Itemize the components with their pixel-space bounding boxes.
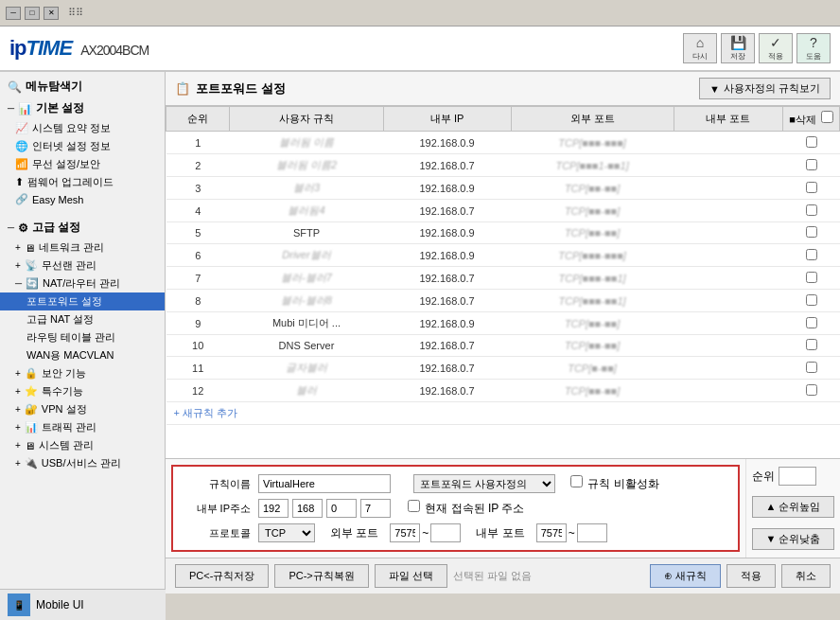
inner-port-from[interactable]	[536, 523, 567, 542]
sidebar-item-traffic[interactable]: + 📊 트래픽 관리	[0, 418, 165, 436]
col-delete: ■삭제	[783, 107, 840, 132]
delete-checkbox-9[interactable]	[806, 317, 817, 328]
minimize-icon[interactable]: ─	[6, 7, 21, 20]
form-row-2: 내부 IP주소	[184, 499, 726, 518]
cancel-button[interactable]: 취소	[781, 564, 831, 588]
sidebar-item-vpn[interactable]: + 🔐 VPN 설정	[0, 400, 165, 418]
delete-checkbox-2[interactable]	[806, 159, 817, 170]
sidebar-item-wireless[interactable]: 📶 무선 설정/보안	[0, 155, 165, 173]
col-ip: 내부 IP	[383, 107, 511, 132]
outer-port-to[interactable]	[430, 523, 461, 542]
delete-checkbox-5[interactable]	[806, 226, 817, 238]
help-button[interactable]: ? 도움	[796, 33, 831, 63]
sidebar-item-routing[interactable]: 라우팅 테이블 관리	[0, 328, 165, 346]
save-to-pc-button[interactable]: PC<-규칙저장	[175, 564, 269, 588]
delete-checkbox-10[interactable]	[806, 339, 817, 350]
apply-header-button[interactable]: ✓ 적용	[759, 33, 793, 63]
sidebar-item-nat-advanced[interactable]: 고급 NAT 설정	[0, 310, 165, 328]
cell-outer: TCP[■■-■■]	[511, 200, 674, 222]
delete-checkbox-3[interactable]	[806, 182, 817, 193]
order-up-button[interactable]: ▲ 순위높임	[752, 496, 834, 518]
new-rule-button[interactable]: ⊕ 새규칙	[650, 564, 721, 588]
sidebar-item-network-mgmt[interactable]: + 🖥 네트워크 관리	[0, 239, 165, 257]
section-advanced-header[interactable]: ─ ⚙ 고급 설정	[0, 217, 165, 239]
cell-num: 8	[166, 290, 230, 312]
port-type-select[interactable]: 포트포워드 사용자정의	[413, 474, 555, 493]
ip-octet-3[interactable]	[326, 499, 357, 518]
delete-checkbox-6[interactable]	[806, 249, 817, 260]
section-basic-header[interactable]: ─ 📊 기본 설정	[0, 97, 165, 119]
delete-checkbox-11[interactable]	[806, 362, 817, 373]
cell-outer: TCP[■■-■■]	[511, 335, 674, 357]
cell-outer: TCP[■■-■■]	[511, 380, 674, 402]
close-icon[interactable]: ✕	[44, 7, 59, 20]
delete-checkbox-12[interactable]	[806, 384, 817, 396]
cell-ip: 192.168.0.7	[383, 154, 511, 177]
table-header-row: 순위 사용자 규칙 내부 IP 외부 포트 내부 포트 ■삭제	[166, 107, 840, 132]
cell-num: 6	[166, 244, 230, 267]
rule-form: 규칙이름 포트포워드 사용자정의 규칙 비활성화	[171, 465, 740, 552]
sidebar-item-internet[interactable]: 🌐 인터넷 설정 정보	[0, 137, 165, 155]
sidebar-item-portforward[interactable]: 포트포워드 설정	[0, 292, 165, 310]
add-rule-row[interactable]: + 새규칙 추가	[166, 402, 840, 425]
ip-input-group	[258, 499, 391, 518]
sidebar-item-firmware-label: 펌웨어 업그레이드	[27, 175, 114, 189]
ip-octet-1[interactable]	[258, 499, 289, 518]
cell-inner	[674, 222, 783, 244]
rule-name-input[interactable]	[258, 474, 391, 493]
filter-dropdown-icon: ▼	[709, 83, 720, 95]
sidebar-item-system-info[interactable]: 📈 시스템 요약 정보	[0, 119, 165, 137]
file-select-button[interactable]: 파일 선택	[375, 564, 447, 588]
protocol-select[interactable]: TCP	[258, 523, 315, 542]
delete-checkbox-1[interactable]	[806, 136, 817, 148]
sidebar-item-nat-router[interactable]: ─ 🔄 NAT/라우터 관리	[0, 275, 165, 292]
main-layout: 🔍 메뉴탐색기 ─ 📊 기본 설정 📈 시스템 요약 정보 🌐 인터넷 설정 정…	[0, 72, 840, 593]
sidebar-item-firmware[interactable]: ⬆ 펌웨어 업그레이드	[0, 173, 165, 191]
logo-time: TIME	[26, 36, 73, 60]
home-button[interactable]: ⌂ 다시	[683, 33, 717, 63]
cell-num: 11	[166, 357, 230, 380]
sidebar-item-nat-advanced-label: 고급 NAT 설정	[26, 312, 94, 327]
sidebar-item-security[interactable]: + 🔒 보안 기능	[0, 364, 165, 382]
wlan-icon: 📡	[25, 259, 38, 272]
order-down-button[interactable]: ▼ 순위낮춤	[752, 528, 834, 550]
section-advanced-label: 고급 설정	[32, 220, 80, 236]
delete-all-checkbox[interactable]	[821, 111, 833, 123]
sidebar-item-system-mgmt[interactable]: + 🖥 시스템 관리	[0, 436, 165, 454]
order-row: 순위	[752, 467, 834, 486]
inner-port-group: ~	[536, 523, 607, 542]
table-row: 5 SFTP 192.168.0.9 TCP[■■-■■]	[166, 222, 840, 244]
delete-checkbox-7[interactable]	[806, 272, 817, 283]
cell-del	[783, 380, 840, 402]
disable-rule-checkbox[interactable]	[570, 475, 583, 487]
table-row: 6 Driver블러 192.168.0.9 TCP[■■■-■■■]	[166, 244, 840, 267]
add-rule-cell[interactable]: + 새규칙 추가	[166, 402, 840, 425]
sidebar-item-special[interactable]: + ⭐ 특수기능	[0, 382, 165, 400]
delete-checkbox-8[interactable]	[806, 294, 817, 306]
ip-octet-4[interactable]	[360, 499, 391, 518]
sidebar-item-routing-label: 라우팅 테이블 관리	[26, 330, 115, 345]
sidebar-item-easy-mesh[interactable]: 🔗 Easy Mesh	[0, 191, 165, 207]
sidebar-item-usb[interactable]: + 🔌 USB/서비스 관리	[0, 454, 165, 472]
apply-button[interactable]: 적용	[726, 564, 776, 588]
sidebar-item-macvlan[interactable]: WAN용 MACVLAN	[0, 346, 165, 364]
current-ip-label: 현재 접속된 IP 주소	[425, 502, 524, 515]
restore-from-pc-button[interactable]: PC->규칙복원	[274, 564, 368, 588]
expand-network-icon: +	[15, 242, 21, 253]
cell-rule: 블러-블러8	[230, 290, 383, 312]
disable-rule-label: 규칙 비활성화	[587, 477, 658, 490]
outer-port-from[interactable]	[390, 523, 420, 542]
col-inner-port: 내부 포트	[674, 107, 783, 132]
delete-checkbox-4[interactable]	[806, 204, 817, 216]
ip-octet-2[interactable]	[292, 499, 323, 518]
order-input[interactable]	[779, 467, 816, 486]
sidebar-item-wlan-mgmt[interactable]: + 📡 무선랜 관리	[0, 257, 165, 275]
form-row-1: 규칙이름 포트포워드 사용자정의 규칙 비활성화	[184, 474, 726, 493]
cell-ip: 192.168.0.7	[383, 335, 511, 357]
save-button[interactable]: 💾 저장	[721, 33, 755, 63]
sidebar-item-security-label: 보안 기능	[42, 366, 86, 381]
filter-button[interactable]: ▼ 사용자정의 규칙보기	[699, 78, 831, 99]
inner-port-to[interactable]	[577, 523, 607, 542]
current-ip-checkbox[interactable]	[408, 500, 420, 512]
maximize-icon[interactable]: □	[25, 7, 40, 20]
